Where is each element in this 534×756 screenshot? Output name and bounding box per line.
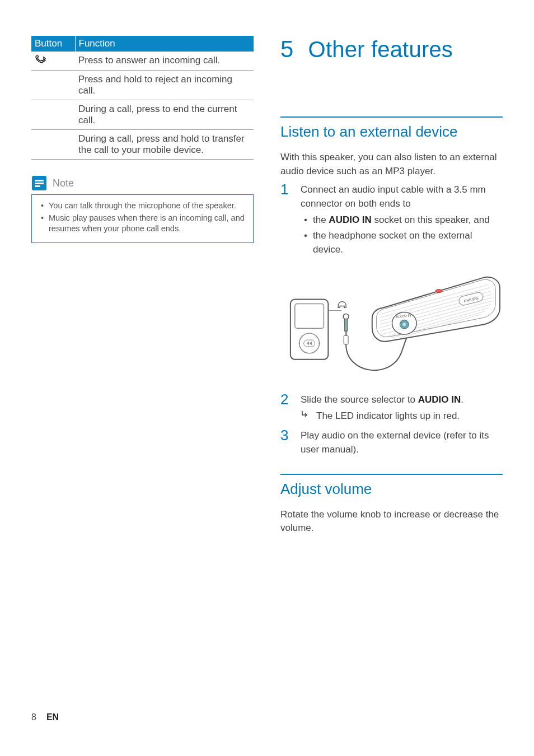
result-arrow-icon	[301, 409, 311, 423]
section-listen-external: Listen to an external device With this s…	[280, 116, 503, 457]
svg-point-9	[318, 343, 320, 344]
page: Button Function	[0, 0, 534, 756]
note-item: Music play pauses when there is an incom…	[40, 213, 245, 235]
table-row: Press to answer an incoming call.	[31, 52, 254, 71]
step-result: The LED indicator lights up in red.	[301, 409, 503, 423]
section-title: Listen to an external device	[280, 123, 503, 141]
right-column: 5 Other features Listen to an external d…	[280, 36, 503, 535]
svg-rect-5	[295, 304, 324, 329]
button-function-table: Button Function	[31, 36, 254, 160]
language-code: EN	[46, 712, 59, 722]
note-block: Note You can talk through the microphone…	[31, 175, 254, 243]
page-number: 8	[31, 712, 36, 722]
step-lead: Connect an audio input cable with a 3.5 …	[301, 184, 486, 209]
button-icon-cell	[31, 100, 75, 130]
table-row: During a call, press to end the current …	[31, 100, 254, 130]
table-row: During a call, press and hold to transfe…	[31, 130, 254, 160]
section-text: Rotate the volume knob to increase or de…	[280, 508, 503, 535]
step-number: 1	[280, 181, 293, 259]
svg-point-28	[435, 290, 442, 293]
button-icon-cell	[31, 71, 75, 100]
steps-list: 1 Connect an audio input cable with a 3.…	[280, 181, 503, 456]
note-item: You can talk through the microphone of t…	[40, 200, 245, 212]
col-header-function: Function	[75, 36, 254, 52]
step-body: Slide the source selector to AUDIO IN. T…	[301, 391, 503, 423]
note-body: You can talk through the microphone of t…	[31, 194, 254, 243]
section-adjust-volume: Adjust volume Rotate the volume knob to …	[280, 474, 503, 535]
svg-rect-13	[345, 332, 347, 336]
sub-bullet: the headphone socket on the external dev…	[301, 229, 503, 256]
function-cell: Press to answer an incoming call.	[75, 52, 254, 71]
svg-rect-12	[345, 319, 348, 332]
chapter-name: Other features	[308, 37, 453, 62]
svg-rect-7	[304, 340, 315, 347]
section-title: Adjust volume	[280, 480, 503, 498]
svg-rect-2	[35, 183, 44, 184]
table-row: Press and hold to reject an incoming cal…	[31, 71, 254, 100]
step-body: Play audio on the external device (refer…	[301, 427, 503, 456]
phone-bluetooth-icon	[35, 56, 47, 66]
sub-bullet: the AUDIO IN socket on this speaker, and	[301, 213, 503, 227]
button-icon-cell	[31, 52, 75, 71]
note-header: Note	[31, 175, 254, 191]
step-body: Connect an audio input cable with a 3.5 …	[301, 181, 503, 259]
step-1: 1 Connect an audio input cable with a 3.…	[280, 181, 503, 259]
svg-point-8	[299, 343, 300, 344]
left-column: Button Function	[31, 36, 254, 535]
note-icon	[31, 175, 47, 191]
note-title: Note	[53, 178, 74, 189]
svg-point-11	[343, 314, 349, 320]
step-2: 2 Slide the source selector to AUDIO IN.…	[280, 391, 503, 423]
svg-rect-14	[344, 336, 348, 345]
step-3: 3 Play audio on the external device (ref…	[280, 427, 503, 456]
svg-rect-1	[35, 180, 44, 181]
section-intro: With this speaker, you can also listen t…	[280, 151, 503, 178]
table-header-row: Button Function	[31, 36, 254, 52]
function-cell: During a call, press to end the current …	[75, 100, 254, 130]
two-column-layout: Button Function	[31, 36, 503, 535]
chapter-title: 5 Other features	[280, 36, 503, 63]
svg-rect-3	[35, 185, 40, 187]
svg-point-33	[402, 323, 406, 326]
function-cell: Press and hold to reject an incoming cal…	[75, 71, 254, 100]
button-icon-cell	[31, 130, 75, 160]
step-number: 2	[280, 391, 293, 423]
connection-illustration: PHILIPS AUDIO IN	[280, 269, 503, 380]
page-footer: 8 EN	[31, 712, 59, 722]
chapter-number: 5	[280, 36, 294, 63]
function-cell: During a call, press and hold to transfe…	[75, 130, 254, 160]
col-header-button: Button	[31, 36, 75, 52]
step-number: 3	[280, 427, 293, 456]
